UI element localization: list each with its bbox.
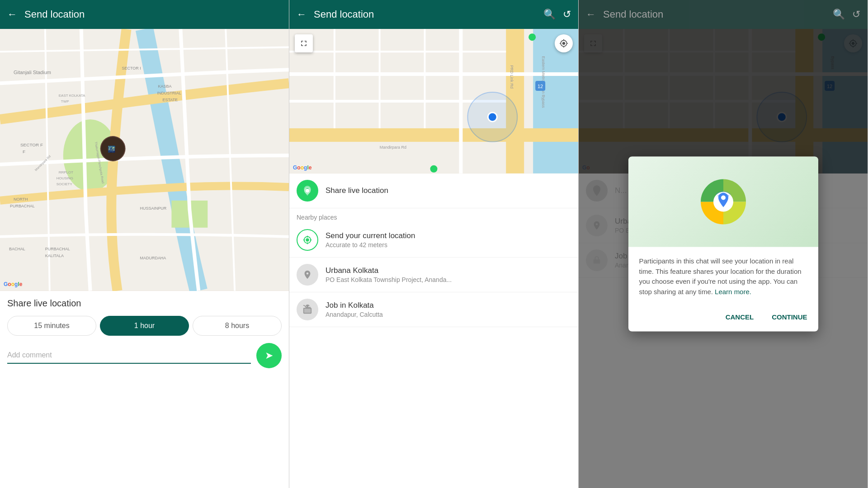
panel2-list: Share live location Nearby places Send y… (289, 174, 578, 327)
panel1-map[interactable]: Gitanjali Stadium SECTOR I KASBA INDUSTR… (0, 29, 289, 291)
panel3-search-icon[interactable]: 🔍 (833, 9, 845, 20)
live-location-dialog: Participants in this chat will see your … (628, 157, 818, 332)
nearby-label: Nearby places (289, 208, 578, 223)
share-live-heading: Share live location (7, 298, 282, 309)
svg-point-47 (528, 33, 536, 41)
google-logo-p1: Google (4, 281, 22, 287)
job-kolkata-subtitle: Anandapur, Calcutta (326, 311, 571, 318)
panel-2: ← Send location 🔍 ↺ PRD Link Rd Eastern … (289, 0, 579, 488)
panel2-map[interactable]: PRD Link Rd Eastern Metropolitan Bypass … (289, 29, 578, 174)
panel2-header: ← Send location 🔍 ↺ (289, 0, 578, 29)
svg-text:🌃: 🌃 (108, 145, 116, 153)
svg-point-46 (430, 165, 438, 173)
dialog-continue-button[interactable]: CONTINUE (768, 310, 811, 324)
current-location-title: Send your current location (326, 231, 571, 240)
dialog-text: Participants in this chat will see your … (639, 256, 807, 297)
svg-text:RRPLOT: RRPLOT (59, 170, 73, 174)
svg-text:NORTH: NORTH (14, 197, 28, 202)
svg-text:SOCIETY: SOCIETY (57, 182, 73, 186)
svg-text:INDUSTRIAL: INDUSTRIAL (157, 91, 181, 95)
current-location-icon (297, 229, 318, 251)
svg-text:TWP: TWP (61, 99, 69, 103)
svg-text:ESTATE: ESTATE (162, 98, 178, 102)
duration-row: 15 minutes 1 hour 8 hours (7, 316, 282, 336)
job-kolkata-item[interactable]: Job in Kolkata Anandapur, Calcutta (289, 292, 578, 327)
panel3-back-button[interactable]: ← (586, 9, 596, 20)
dialog-learn-more-link[interactable]: Learn more. (715, 287, 751, 295)
panel-3: ← Send location 🔍 ↺ Bypass 12 (579, 0, 868, 488)
svg-text:PRD Link Rd: PRD Link Rd (509, 65, 514, 89)
svg-text:KASBA: KASBA (158, 84, 171, 89)
share-live-item[interactable]: Share live location (289, 174, 578, 208)
svg-text:F: F (23, 149, 25, 154)
svg-text:MADURDAHA: MADURDAHA (140, 256, 166, 260)
panel1-title: Send location (24, 9, 282, 20)
svg-text:HUSSAINPUR: HUSSAINPUR (140, 206, 167, 211)
dialog-image (628, 157, 818, 247)
share-live-text: Share live location (326, 186, 571, 195)
svg-text:HOUSING: HOUSING (57, 176, 73, 180)
urbana-title: Urbana Kolkata (326, 266, 571, 275)
google-logo-p2: Google (293, 164, 311, 171)
panel3-refresh-icon[interactable]: ↺ (852, 9, 860, 20)
duration-15min[interactable]: 15 minutes (7, 316, 96, 336)
send-icon: ➤ (265, 350, 273, 361)
panel2-refresh-icon[interactable]: ↺ (563, 9, 571, 20)
svg-rect-56 (304, 309, 311, 313)
svg-rect-31 (289, 128, 578, 142)
svg-text:PURBACHAL: PURBACHAL (10, 204, 35, 208)
panel1-back-button[interactable]: ← (7, 9, 17, 20)
panel2-back-button[interactable]: ← (297, 9, 307, 20)
job-kolkata-text: Job in Kolkata Anandapur, Calcutta (326, 301, 571, 318)
share-live-title-p2: Share live location (326, 186, 571, 195)
job-icon (297, 299, 318, 320)
panel1-bottom: Share live location 15 minutes 1 hour 8 … (0, 291, 289, 375)
dialog-cancel-button[interactable]: CANCEL (722, 310, 758, 324)
urbana-icon (297, 264, 318, 286)
location-center-button[interactable] (555, 34, 573, 52)
current-location-item[interactable]: Send your current location Accurate to 4… (289, 223, 578, 258)
duration-8hours[interactable]: 8 hours (193, 316, 282, 336)
job-kolkata-title: Job in Kolkata (326, 301, 571, 310)
urbana-kolkata-item[interactable]: Urbana Kolkata PO East Kolkata Township … (289, 258, 578, 292)
svg-text:PURBACHAL: PURBACHAL (45, 247, 70, 251)
duration-1hour[interactable]: 1 hour (100, 316, 189, 336)
svg-point-76 (721, 196, 726, 200)
comment-row: ➤ (7, 343, 282, 368)
svg-text:SECTOR F: SECTOR F (20, 142, 43, 147)
svg-point-50 (306, 238, 309, 241)
svg-rect-29 (533, 29, 578, 174)
share-live-icon (297, 180, 318, 202)
panel3-header: ← Send location 🔍 ↺ (579, 0, 868, 29)
dialog-actions: CANCEL CONTINUE (628, 306, 818, 332)
panel2-search-icon[interactable]: 🔍 (543, 9, 556, 20)
comment-input[interactable] (7, 347, 251, 364)
svg-text:KALITALA: KALITALA (45, 253, 64, 258)
svg-text:Mandirpara Rd: Mandirpara Rd (380, 145, 406, 150)
panel3-title: Send location (603, 9, 826, 20)
fullscreen-button[interactable] (295, 34, 313, 52)
current-location-subtitle: Accurate to 42 meters (326, 241, 571, 249)
svg-text:SECTOR I: SECTOR I (122, 66, 141, 70)
current-location-text: Send your current location Accurate to 4… (326, 231, 571, 249)
panel1-header: ← Send location (0, 0, 289, 29)
svg-text:EAST KOLKATA: EAST KOLKATA (59, 94, 85, 98)
svg-text:BACHAL: BACHAL (9, 247, 25, 251)
svg-text:Gitanjali Stadium: Gitanjali Stadium (14, 70, 51, 75)
dialog-body: Participants in this chat will see your … (628, 247, 818, 306)
send-button[interactable]: ➤ (256, 343, 282, 368)
svg-text:12: 12 (538, 84, 543, 89)
panel-1: ← Send location Gitan (0, 0, 289, 488)
urbana-text: Urbana Kolkata PO East Kolkata Township … (326, 266, 571, 283)
urbana-subtitle: PO East Kolkata Township Project, Ananda… (326, 276, 571, 283)
svg-point-45 (488, 113, 497, 122)
panel2-title: Send location (314, 9, 536, 20)
